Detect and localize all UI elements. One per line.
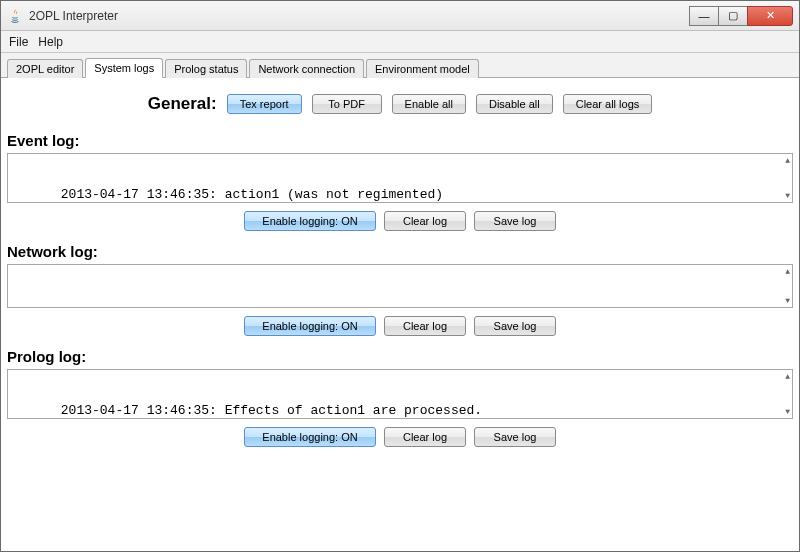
minimize-button[interactable]: —	[689, 6, 719, 26]
scroll-up-icon[interactable]: ▲	[785, 267, 790, 276]
disable-all-button[interactable]: Disable all	[476, 94, 553, 114]
network-log-buttons: Enable logging: ON Clear log Save log	[7, 308, 793, 346]
maximize-button[interactable]: ▢	[718, 6, 748, 26]
tab-strip: 2OPL editor System logs Prolog status Ne…	[1, 53, 799, 78]
event-log-textarea[interactable]: ▲ 2013-04-17 13:46:35: action1 (was not …	[7, 153, 793, 203]
event-save-log-button[interactable]: Save log	[474, 211, 556, 231]
title-bar: 2OPL Interpreter — ▢ ✕	[1, 1, 799, 31]
prolog-enable-logging-button[interactable]: Enable logging: ON	[244, 427, 376, 447]
tex-report-button[interactable]: Tex report	[227, 94, 302, 114]
prolog-log-content: 2013-04-17 13:46:35: Effects of action1 …	[14, 403, 482, 419]
event-clear-log-button[interactable]: Clear log	[384, 211, 466, 231]
tab-system-logs[interactable]: System logs	[85, 58, 163, 78]
prolog-clear-log-button[interactable]: Clear log	[384, 427, 466, 447]
menu-help[interactable]: Help	[38, 35, 63, 49]
close-button[interactable]: ✕	[747, 6, 793, 26]
network-save-log-button[interactable]: Save log	[474, 316, 556, 336]
prolog-log-textarea[interactable]: ▲ 2013-04-17 13:46:35: Effects of action…	[7, 369, 793, 419]
app-window: 2OPL Interpreter — ▢ ✕ File Help 2OPL ed…	[0, 0, 800, 552]
event-log-content: 2013-04-17 13:46:35: action1 (was not re…	[14, 187, 443, 203]
clear-all-logs-button[interactable]: Clear all logs	[563, 94, 653, 114]
scroll-down-icon[interactable]: ▼	[785, 296, 790, 305]
network-log-textarea[interactable]: ▲ ▼	[7, 264, 793, 308]
tab-content: General: Tex report To PDF Enable all Di…	[1, 78, 799, 551]
to-pdf-button[interactable]: To PDF	[312, 94, 382, 114]
menu-file[interactable]: File	[9, 35, 28, 49]
tab-prolog-status[interactable]: Prolog status	[165, 59, 247, 78]
enable-all-button[interactable]: Enable all	[392, 94, 466, 114]
network-clear-log-button[interactable]: Clear log	[384, 316, 466, 336]
tab-editor[interactable]: 2OPL editor	[7, 59, 83, 78]
menu-bar: File Help	[1, 31, 799, 53]
network-log-title: Network log:	[7, 243, 793, 260]
event-log-buttons: Enable logging: ON Clear log Save log	[7, 203, 793, 241]
scroll-up-icon[interactable]: ▲	[785, 156, 790, 165]
scroll-down-icon[interactable]: ▼	[785, 191, 790, 200]
tab-environment-model[interactable]: Environment model	[366, 59, 479, 78]
prolog-save-log-button[interactable]: Save log	[474, 427, 556, 447]
event-log-title: Event log:	[7, 132, 793, 149]
window-title: 2OPL Interpreter	[29, 9, 118, 23]
scroll-up-icon[interactable]: ▲	[785, 372, 790, 381]
general-label: General:	[148, 94, 217, 114]
prolog-log-buttons: Enable logging: ON Clear log Save log	[7, 419, 793, 457]
scroll-down-icon[interactable]: ▼	[785, 407, 790, 416]
network-enable-logging-button[interactable]: Enable logging: ON	[244, 316, 376, 336]
window-controls: — ▢ ✕	[690, 6, 793, 26]
event-enable-logging-button[interactable]: Enable logging: ON	[244, 211, 376, 231]
tab-network-connection[interactable]: Network connection	[249, 59, 364, 78]
prolog-log-title: Prolog log:	[7, 348, 793, 365]
general-toolbar: General: Tex report To PDF Enable all Di…	[7, 84, 793, 130]
java-icon	[7, 8, 23, 24]
